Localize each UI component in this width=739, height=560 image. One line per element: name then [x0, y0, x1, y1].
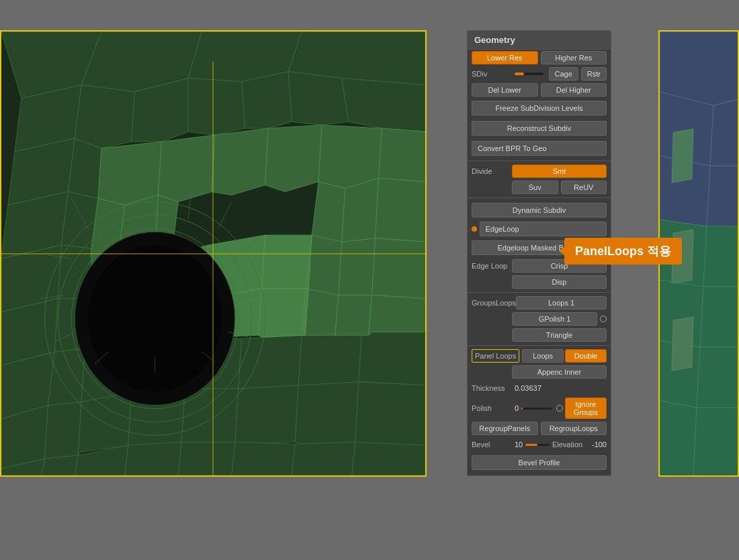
del-row: Del Lower Del Higher: [468, 82, 611, 98]
thickness-label: Thickness: [472, 384, 512, 392]
svg-marker-25: [238, 335, 302, 389]
panel-loops-row: Panel Loops Loops Double: [468, 348, 611, 364]
suv-button[interactable]: Suv: [512, 181, 558, 194]
svg-marker-92: [710, 99, 739, 166]
svg-marker-6: [75, 85, 134, 148]
svg-marker-57: [339, 238, 376, 295]
svg-marker-46: [212, 128, 268, 195]
suv-row: Suv ReUV: [468, 179, 611, 195]
svg-marker-44: [98, 142, 161, 205]
gpolish1-button[interactable]: GPolish 1: [512, 312, 597, 326]
smt-button[interactable]: Smt: [512, 165, 607, 178]
svg-marker-29: [45, 402, 82, 459]
gpolish-indicator: [600, 316, 607, 322]
disp-row: Disp: [468, 274, 611, 290]
svg-marker-98: [700, 287, 739, 347]
panel-loops-tooltip: PanelLoops 적용: [564, 238, 682, 265]
svg-marker-60: [335, 295, 372, 336]
sdiv-row: SDiv Cage Rstr: [468, 66, 611, 82]
svg-marker-42: [292, 442, 355, 475]
svg-marker-52: [379, 128, 425, 182]
bevel-label: Bevel: [472, 440, 512, 449]
cage-button[interactable]: Cage: [549, 67, 578, 81]
elevation-value: -100: [592, 440, 607, 449]
divider-3: [468, 292, 611, 293]
groups-loops-label: GroupsLoops: [472, 299, 516, 307]
lower-res-button[interactable]: Lower Res: [472, 51, 538, 64]
sdiv-slider[interactable]: [515, 73, 544, 75]
divide-label: Divide: [472, 167, 512, 175]
bevel-profile-row: Bevel Profile: [468, 453, 611, 473]
svg-marker-100: [697, 347, 739, 408]
groups-loops-row: GroupsLoops Loops 1: [468, 295, 611, 311]
reconstruct-row: Reconstruct Subdiv: [468, 118, 611, 138]
tooltip-text: PanelLoops 적용: [575, 244, 671, 258]
svg-marker-51: [318, 125, 382, 188]
polish-label: Polish: [472, 404, 512, 412]
svg-marker-41: [232, 442, 295, 475]
ignore-groups-button[interactable]: Ignore Groups: [565, 398, 607, 419]
double-button[interactable]: Double: [565, 349, 607, 363]
svg-marker-30: [78, 392, 132, 455]
divide-row: Divide Smt: [468, 163, 611, 179]
svg-marker-47: [265, 125, 322, 191]
svg-marker-34: [295, 382, 358, 444]
regroup-panels-button[interactable]: RegroupPanels: [472, 422, 538, 435]
rstr-button[interactable]: Rstr: [581, 67, 607, 81]
svg-marker-64: [262, 235, 312, 295]
edgeloop-row: EdgeLoop: [468, 220, 611, 238]
loops-button[interactable]: Loops: [522, 349, 564, 363]
res-row: Lower Res Higher Res: [468, 50, 611, 66]
triangle-row: Triangle: [468, 327, 611, 343]
bevel-elevation-row: Bevel 10 Elevation -100: [468, 436, 611, 453]
polish-row: Polish 0 Ignore Groups: [468, 396, 611, 420]
convert-bpr-row: Convert BPR To Geo: [468, 138, 611, 158]
dynamic-subdiv-row: Dynamic Subdiv: [468, 200, 611, 220]
triangle-button[interactable]: Triangle: [512, 328, 607, 342]
freeze-subdiv-button[interactable]: Freeze SubDivision Levels: [472, 101, 607, 115]
dynamic-subdiv-button[interactable]: Dynamic Subdiv: [472, 203, 607, 218]
divider-4: [468, 345, 611, 346]
appenc-row: Appenc Inner: [468, 364, 611, 380]
svg-marker-26: [298, 332, 361, 385]
convert-bpr-button[interactable]: Convert BPR To Geo: [472, 141, 607, 156]
bevel-slider[interactable]: [525, 444, 550, 446]
svg-marker-67: [259, 289, 309, 338]
polish-slider[interactable]: [521, 408, 551, 410]
svg-marker-54: [342, 179, 379, 242]
bevel-value: 10: [515, 440, 523, 449]
svg-marker-101: [660, 401, 697, 477]
edgeloop-indicator: [472, 226, 477, 232]
loops1-button[interactable]: Loops 1: [516, 296, 607, 310]
svg-marker-35: [355, 382, 425, 445]
gpolish-row: GPolish 1: [468, 311, 611, 327]
reconstruct-subdiv-button[interactable]: Reconstruct Subdiv: [472, 121, 607, 136]
elevation-label: Elevation: [552, 440, 589, 449]
thickness-value: 0.03637: [515, 384, 541, 392]
regroup-row: RegroupPanels RegroupLoops: [468, 420, 611, 436]
divider-2: [468, 197, 611, 198]
del-higher-button[interactable]: Del Higher: [541, 83, 607, 97]
svg-marker-45: [158, 135, 214, 201]
mesh-3d: [1, 32, 425, 475]
higher-res-button[interactable]: Higher Res: [541, 51, 607, 64]
svg-marker-61: [369, 295, 425, 336]
appenc-inner-button[interactable]: Appenc Inner: [512, 365, 607, 379]
polish-value: 0: [515, 404, 519, 412]
svg-marker-105: [672, 317, 693, 371]
svg-marker-9: [242, 72, 292, 128]
regroup-loops-button[interactable]: RegroupLoops: [541, 422, 607, 435]
divider-1: [468, 160, 611, 161]
svg-marker-102: [693, 408, 739, 477]
svg-marker-27: [359, 332, 425, 385]
freeze-row: Freeze SubDivision Levels: [468, 98, 611, 118]
del-lower-button[interactable]: Del Lower: [472, 83, 538, 97]
viewport-left[interactable]: [0, 30, 427, 477]
reuv-button[interactable]: ReUV: [561, 181, 607, 194]
disp-button[interactable]: Disp: [512, 275, 607, 289]
bevel-profile-button[interactable]: Bevel Profile: [472, 455, 607, 470]
edgeloop-button[interactable]: EdgeLoop: [480, 222, 607, 236]
svg-marker-94: [707, 166, 739, 226]
svg-marker-55: [376, 179, 425, 242]
svg-marker-10: [288, 72, 348, 126]
